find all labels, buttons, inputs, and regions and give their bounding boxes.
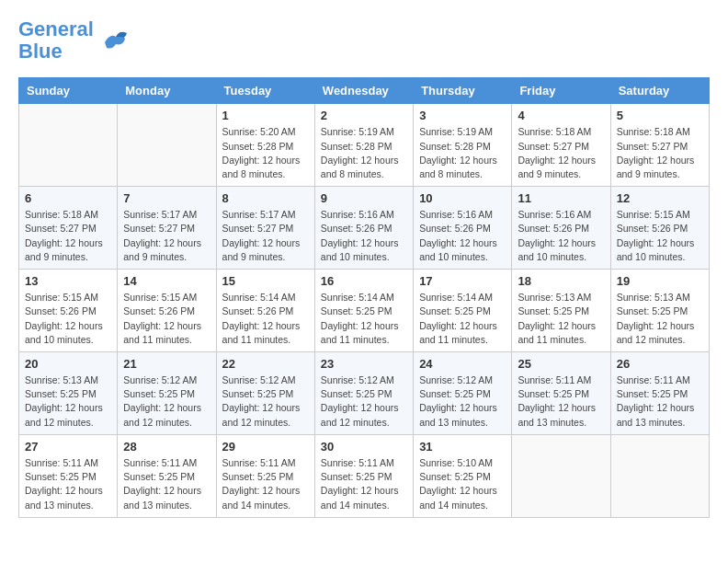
logo-bird-icon xyxy=(97,24,131,57)
calendar-cell: 15Sunrise: 5:14 AM Sunset: 5:26 PM Dayli… xyxy=(216,270,314,352)
calendar-cell: 3Sunrise: 5:19 AM Sunset: 5:28 PM Daylig… xyxy=(414,104,512,187)
day-info: Sunrise: 5:16 AM Sunset: 5:26 PM Dayligh… xyxy=(518,208,604,264)
day-number: 21 xyxy=(123,357,210,371)
calendar-cell: 30Sunrise: 5:11 AM Sunset: 5:25 PM Dayli… xyxy=(314,434,413,517)
day-number: 18 xyxy=(518,274,604,288)
weekday-header-monday: Monday xyxy=(118,78,216,104)
day-info: Sunrise: 5:11 AM Sunset: 5:25 PM Dayligh… xyxy=(518,373,604,430)
day-info: Sunrise: 5:15 AM Sunset: 5:26 PM Dayligh… xyxy=(617,208,703,264)
day-info: Sunrise: 5:13 AM Sunset: 5:25 PM Dayligh… xyxy=(617,291,703,347)
calendar-cell: 1Sunrise: 5:20 AM Sunset: 5:28 PM Daylig… xyxy=(216,104,314,187)
day-number: 27 xyxy=(25,440,111,454)
calendar-header-row: SundayMondayTuesdayWednesdayThursdayFrid… xyxy=(19,78,710,104)
weekday-header-sunday: Sunday xyxy=(19,78,118,104)
calendar-cell: 29Sunrise: 5:11 AM Sunset: 5:25 PM Dayli… xyxy=(216,434,314,517)
calendar-cell xyxy=(610,434,709,517)
calendar-cell: 24Sunrise: 5:12 AM Sunset: 5:25 PM Dayli… xyxy=(414,352,512,435)
day-info: Sunrise: 5:20 AM Sunset: 5:28 PM Dayligh… xyxy=(222,125,309,181)
weekday-header-saturday: Saturday xyxy=(610,78,709,104)
weekday-header-thursday: Thursday xyxy=(414,78,512,104)
day-number: 29 xyxy=(222,440,309,454)
weekday-header-wednesday: Wednesday xyxy=(314,78,413,104)
day-info: Sunrise: 5:18 AM Sunset: 5:27 PM Dayligh… xyxy=(617,125,703,181)
day-number: 8 xyxy=(222,191,309,205)
day-number: 23 xyxy=(321,357,407,371)
calendar-cell: 20Sunrise: 5:13 AM Sunset: 5:25 PM Dayli… xyxy=(19,352,118,435)
day-number: 26 xyxy=(617,357,703,371)
day-info: Sunrise: 5:19 AM Sunset: 5:28 PM Dayligh… xyxy=(419,125,506,181)
calendar-cell: 9Sunrise: 5:16 AM Sunset: 5:26 PM Daylig… xyxy=(314,187,413,270)
day-number: 2 xyxy=(321,109,407,122)
day-info: Sunrise: 5:10 AM Sunset: 5:25 PM Dayligh… xyxy=(419,456,506,512)
calendar-cell: 4Sunrise: 5:18 AM Sunset: 5:27 PM Daylig… xyxy=(512,104,610,187)
calendar-cell: 2Sunrise: 5:19 AM Sunset: 5:28 PM Daylig… xyxy=(314,104,413,187)
calendar-cell: 11Sunrise: 5:16 AM Sunset: 5:26 PM Dayli… xyxy=(512,187,610,270)
calendar-cell: 14Sunrise: 5:15 AM Sunset: 5:26 PM Dayli… xyxy=(118,270,216,352)
calendar-cell: 18Sunrise: 5:13 AM Sunset: 5:25 PM Dayli… xyxy=(512,270,610,352)
day-info: Sunrise: 5:14 AM Sunset: 5:25 PM Dayligh… xyxy=(321,291,407,347)
day-info: Sunrise: 5:16 AM Sunset: 5:26 PM Dayligh… xyxy=(419,208,506,264)
day-number: 16 xyxy=(321,274,407,288)
calendar-cell: 13Sunrise: 5:15 AM Sunset: 5:26 PM Dayli… xyxy=(19,270,118,352)
calendar-cell: 6Sunrise: 5:18 AM Sunset: 5:27 PM Daylig… xyxy=(19,187,118,270)
day-info: Sunrise: 5:18 AM Sunset: 5:27 PM Dayligh… xyxy=(25,208,111,264)
day-info: Sunrise: 5:17 AM Sunset: 5:27 PM Dayligh… xyxy=(222,208,309,264)
weekday-header-friday: Friday xyxy=(512,78,610,104)
logo-blue: Blue xyxy=(18,40,94,63)
day-number: 20 xyxy=(25,357,111,371)
day-info: Sunrise: 5:12 AM Sunset: 5:25 PM Dayligh… xyxy=(222,373,309,430)
day-info: Sunrise: 5:13 AM Sunset: 5:25 PM Dayligh… xyxy=(25,373,111,430)
calendar-cell: 12Sunrise: 5:15 AM Sunset: 5:26 PM Dayli… xyxy=(610,187,709,270)
day-number: 6 xyxy=(25,191,111,205)
calendar-cell xyxy=(512,434,610,517)
day-info: Sunrise: 5:11 AM Sunset: 5:25 PM Dayligh… xyxy=(25,456,111,512)
day-number: 24 xyxy=(419,357,506,371)
calendar-cell: 28Sunrise: 5:11 AM Sunset: 5:25 PM Dayli… xyxy=(118,434,216,517)
day-info: Sunrise: 5:13 AM Sunset: 5:25 PM Dayligh… xyxy=(518,291,604,347)
calendar-cell xyxy=(19,104,118,187)
day-number: 3 xyxy=(419,109,506,122)
day-info: Sunrise: 5:11 AM Sunset: 5:25 PM Dayligh… xyxy=(222,456,309,512)
calendar-cell: 17Sunrise: 5:14 AM Sunset: 5:25 PM Dayli… xyxy=(414,270,512,352)
week-row-4: 20Sunrise: 5:13 AM Sunset: 5:25 PM Dayli… xyxy=(19,352,710,435)
weekday-header-tuesday: Tuesday xyxy=(216,78,314,104)
day-number: 10 xyxy=(419,191,506,205)
day-number: 30 xyxy=(321,440,407,454)
day-info: Sunrise: 5:11 AM Sunset: 5:25 PM Dayligh… xyxy=(123,456,210,512)
calendar-cell xyxy=(118,104,216,187)
day-info: Sunrise: 5:14 AM Sunset: 5:25 PM Dayligh… xyxy=(419,291,506,347)
page-header: General Blue xyxy=(18,18,710,63)
day-info: Sunrise: 5:12 AM Sunset: 5:25 PM Dayligh… xyxy=(419,373,506,430)
day-number: 11 xyxy=(518,191,604,205)
calendar-cell: 21Sunrise: 5:12 AM Sunset: 5:25 PM Dayli… xyxy=(118,352,216,435)
week-row-1: 1Sunrise: 5:20 AM Sunset: 5:28 PM Daylig… xyxy=(19,104,710,187)
logo-blue-text: Blue xyxy=(18,40,63,63)
calendar-cell: 10Sunrise: 5:16 AM Sunset: 5:26 PM Dayli… xyxy=(414,187,512,270)
calendar-cell: 31Sunrise: 5:10 AM Sunset: 5:25 PM Dayli… xyxy=(414,434,512,517)
day-number: 17 xyxy=(419,274,506,288)
day-info: Sunrise: 5:15 AM Sunset: 5:26 PM Dayligh… xyxy=(123,291,210,347)
day-number: 13 xyxy=(25,274,111,288)
week-row-5: 27Sunrise: 5:11 AM Sunset: 5:25 PM Dayli… xyxy=(19,434,710,517)
calendar-cell: 27Sunrise: 5:11 AM Sunset: 5:25 PM Dayli… xyxy=(19,434,118,517)
day-info: Sunrise: 5:16 AM Sunset: 5:26 PM Dayligh… xyxy=(321,208,407,264)
calendar-cell: 19Sunrise: 5:13 AM Sunset: 5:25 PM Dayli… xyxy=(610,270,709,352)
day-info: Sunrise: 5:12 AM Sunset: 5:25 PM Dayligh… xyxy=(321,373,407,430)
day-info: Sunrise: 5:15 AM Sunset: 5:26 PM Dayligh… xyxy=(25,291,111,347)
day-info: Sunrise: 5:11 AM Sunset: 5:25 PM Dayligh… xyxy=(321,456,407,512)
calendar-cell: 7Sunrise: 5:17 AM Sunset: 5:27 PM Daylig… xyxy=(118,187,216,270)
day-number: 12 xyxy=(617,191,703,205)
day-number: 14 xyxy=(123,274,210,288)
calendar-cell: 23Sunrise: 5:12 AM Sunset: 5:25 PM Dayli… xyxy=(314,352,413,435)
calendar-cell: 25Sunrise: 5:11 AM Sunset: 5:25 PM Dayli… xyxy=(512,352,610,435)
day-info: Sunrise: 5:17 AM Sunset: 5:27 PM Dayligh… xyxy=(123,208,210,264)
calendar-cell: 8Sunrise: 5:17 AM Sunset: 5:27 PM Daylig… xyxy=(216,187,314,270)
day-number: 25 xyxy=(518,357,604,371)
week-row-2: 6Sunrise: 5:18 AM Sunset: 5:27 PM Daylig… xyxy=(19,187,710,270)
day-info: Sunrise: 5:11 AM Sunset: 5:25 PM Dayligh… xyxy=(617,373,703,430)
logo-general: General xyxy=(18,17,94,40)
day-info: Sunrise: 5:14 AM Sunset: 5:26 PM Dayligh… xyxy=(222,291,309,347)
calendar-cell: 26Sunrise: 5:11 AM Sunset: 5:25 PM Dayli… xyxy=(610,352,709,435)
calendar-table: SundayMondayTuesdayWednesdayThursdayFrid… xyxy=(18,77,710,517)
day-info: Sunrise: 5:19 AM Sunset: 5:28 PM Dayligh… xyxy=(321,125,407,181)
